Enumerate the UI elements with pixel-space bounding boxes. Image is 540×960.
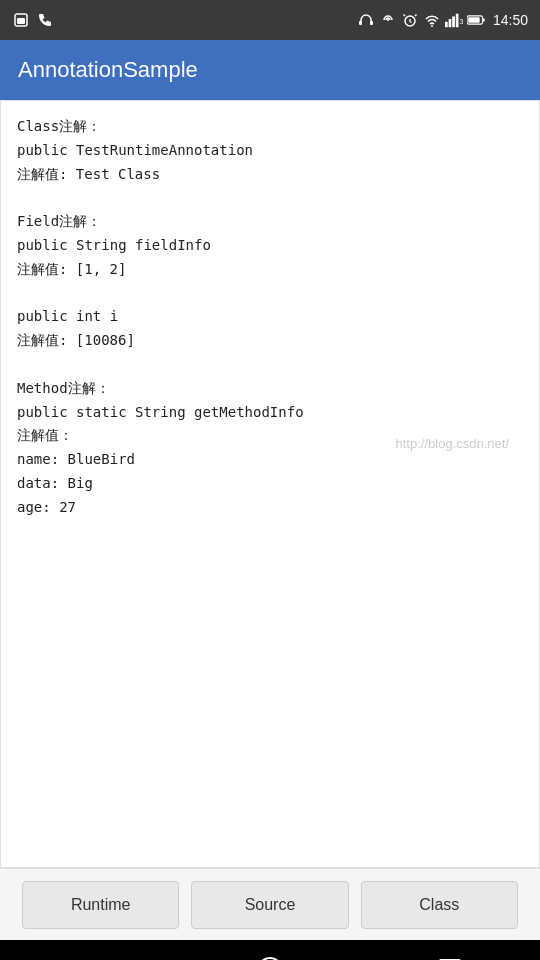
svg-rect-13: [468, 17, 479, 23]
app-header: AnnotationSample: [0, 40, 540, 100]
app-title: AnnotationSample: [18, 57, 198, 83]
status-right-icons: 3G 14:50: [357, 11, 528, 29]
svg-rect-1: [17, 18, 25, 24]
svg-rect-2: [359, 21, 362, 25]
home-button[interactable]: [252, 952, 288, 960]
svg-rect-7: [445, 22, 448, 27]
runtime-button[interactable]: Runtime: [22, 881, 179, 929]
svg-rect-8: [449, 19, 452, 27]
svg-rect-9: [452, 16, 455, 27]
class-button[interactable]: Class: [361, 881, 518, 929]
svg-text:3G: 3G: [459, 17, 463, 26]
battery-icon: [467, 11, 485, 29]
phone-icon: [36, 11, 54, 29]
svg-rect-3: [370, 21, 373, 25]
svg-point-4: [387, 19, 389, 21]
system-nav-bar: [0, 940, 540, 960]
bottom-nav: Runtime Source Class: [0, 868, 540, 940]
nfc-icon: [379, 11, 397, 29]
svg-point-6: [431, 25, 433, 27]
source-button[interactable]: Source: [191, 881, 348, 929]
svg-rect-10: [456, 14, 459, 28]
sim-icon: [12, 11, 30, 29]
wifi-icon: [423, 11, 441, 29]
back-button[interactable]: [72, 952, 108, 960]
time-display: 14:50: [493, 12, 528, 28]
main-content-text: Class注解： public TestRuntimeAnnotation 注解…: [17, 115, 523, 520]
content-area: Class注解： public TestRuntimeAnnotation 注解…: [0, 100, 540, 868]
status-left-icons: [12, 11, 54, 29]
signal-icon: 3G: [445, 11, 463, 29]
svg-rect-14: [483, 18, 485, 21]
recents-button[interactable]: [432, 952, 468, 960]
headphone-icon: [357, 11, 375, 29]
alarm-icon: [401, 11, 419, 29]
status-bar: 3G 14:50: [0, 0, 540, 40]
